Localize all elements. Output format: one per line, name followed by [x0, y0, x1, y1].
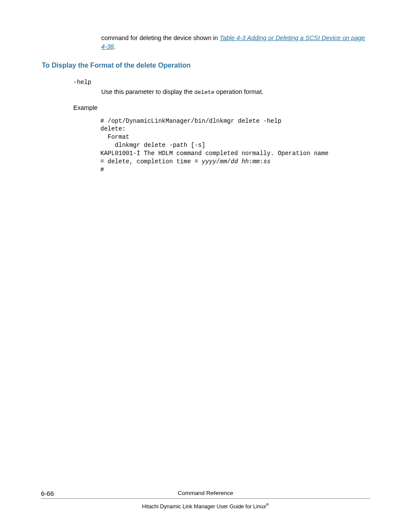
footer-guide-title: Hitachi Dynamic Link Manager User Guide … — [0, 503, 411, 510]
param-desc-code: delete — [194, 89, 215, 96]
code-mm: mm — [220, 158, 227, 165]
intro-text-before: command for deleting the device shown in — [101, 34, 220, 41]
code-line-7: # — [100, 166, 104, 173]
parameter-name: -help — [73, 79, 370, 86]
code-colon1: : — [249, 158, 252, 165]
code-ss: ss — [263, 158, 271, 165]
page-footer: 6-66 Command Reference Hitachi Dynamic L… — [0, 490, 411, 510]
code-block: # /opt/DynamicLinkManager/bin/dlnkmgr de… — [100, 117, 370, 174]
code-dd: dd — [230, 158, 238, 165]
code-mm2: mm — [252, 158, 260, 165]
registered-icon: ® — [266, 503, 269, 507]
example-label: Example — [73, 104, 370, 111]
page-number: 6-66 — [41, 490, 54, 497]
section-heading: To Display the Format of the delete Oper… — [42, 62, 370, 69]
code-yyyy: yyyy — [202, 158, 216, 165]
code-hh: hh — [242, 158, 249, 165]
code-line-6-before: = delete, completion time = — [100, 158, 202, 165]
code-colon2: : — [260, 158, 263, 165]
page-content: command for deleting the device shown in… — [0, 0, 411, 174]
intro-paragraph: command for deleting the device shown in… — [101, 34, 370, 51]
param-desc-after: operation format. — [215, 88, 264, 95]
code-line-3: Format — [100, 134, 129, 140]
code-slash1: / — [216, 158, 220, 165]
code-space — [238, 158, 241, 165]
footer-section-title: Command Reference — [0, 490, 411, 497]
param-desc-before: Use this parameter to display the — [101, 88, 194, 95]
footer-guide-text: Hitachi Dynamic Link Manager User Guide … — [142, 504, 266, 510]
code-line-1: # /opt/DynamicLinkManager/bin/dlnkmgr de… — [100, 118, 281, 124]
code-line-5: KAPL01001-I The HDLM command completed n… — [100, 150, 332, 157]
footer-divider — [41, 498, 370, 499]
code-line-4: dlnkmgr delete -path [-s] — [100, 142, 206, 149]
parameter-description: Use this parameter to display the delete… — [101, 88, 370, 96]
code-line-2: delete: — [100, 125, 126, 132]
intro-text-after: . — [114, 43, 115, 50]
